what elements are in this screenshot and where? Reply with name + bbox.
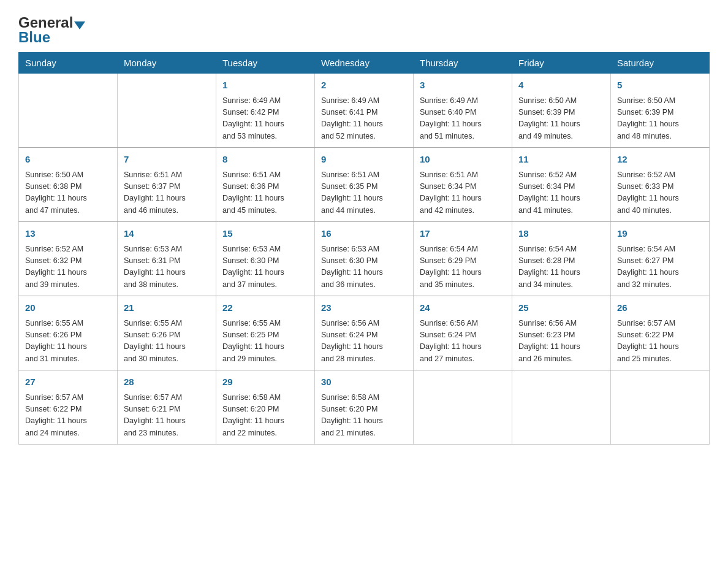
day-info: Sunrise: 6:58 AMSunset: 6:20 PMDaylight:… — [321, 392, 407, 440]
day-of-week-header: Friday — [512, 53, 611, 74]
day-info: Sunrise: 6:50 AMSunset: 6:38 PMDaylight:… — [25, 169, 111, 217]
calendar-cell: 29Sunrise: 6:58 AMSunset: 6:20 PMDayligh… — [216, 370, 315, 445]
day-number: 20 — [25, 301, 111, 315]
calendar-cell: 12Sunrise: 6:52 AMSunset: 6:33 PMDayligh… — [611, 148, 710, 222]
day-number: 14 — [124, 227, 210, 241]
day-number: 19 — [617, 227, 703, 241]
day-info: Sunrise: 6:56 AMSunset: 6:24 PMDaylight:… — [321, 318, 407, 366]
calendar-cell: 11Sunrise: 6:52 AMSunset: 6:34 PMDayligh… — [512, 148, 611, 222]
day-number: 30 — [321, 375, 407, 389]
day-number: 29 — [222, 375, 308, 389]
calendar-cell: 22Sunrise: 6:55 AMSunset: 6:25 PMDayligh… — [216, 296, 315, 370]
calendar-cell: 30Sunrise: 6:58 AMSunset: 6:20 PMDayligh… — [315, 370, 414, 445]
calendar-cell — [19, 74, 118, 148]
calendar-cell: 6Sunrise: 6:50 AMSunset: 6:38 PMDaylight… — [19, 148, 118, 222]
day-info: Sunrise: 6:51 AMSunset: 6:35 PMDaylight:… — [321, 169, 407, 217]
calendar-cell: 16Sunrise: 6:53 AMSunset: 6:30 PMDayligh… — [315, 222, 414, 296]
day-info: Sunrise: 6:51 AMSunset: 6:37 PMDaylight:… — [124, 169, 210, 217]
day-number: 1 — [222, 79, 308, 93]
days-of-week-row: SundayMondayTuesdayWednesdayThursdayFrid… — [19, 53, 710, 74]
day-info: Sunrise: 6:53 AMSunset: 6:31 PMDaylight:… — [124, 243, 210, 291]
day-number: 17 — [420, 227, 506, 241]
calendar-cell: 20Sunrise: 6:55 AMSunset: 6:26 PMDayligh… — [19, 296, 118, 370]
calendar-week-row: 13Sunrise: 6:52 AMSunset: 6:32 PMDayligh… — [19, 222, 710, 296]
day-info: Sunrise: 6:56 AMSunset: 6:24 PMDaylight:… — [420, 318, 506, 366]
calendar-cell — [512, 370, 611, 445]
calendar-cell: 24Sunrise: 6:56 AMSunset: 6:24 PMDayligh… — [414, 296, 512, 370]
logo-general-text: General — [18, 15, 73, 30]
calendar-cell: 2Sunrise: 6:49 AMSunset: 6:41 PMDaylight… — [315, 74, 414, 148]
calendar-cell: 21Sunrise: 6:55 AMSunset: 6:26 PMDayligh… — [118, 296, 216, 370]
calendar-cell: 26Sunrise: 6:57 AMSunset: 6:22 PMDayligh… — [611, 296, 710, 370]
calendar-cell: 3Sunrise: 6:49 AMSunset: 6:40 PMDaylight… — [414, 74, 512, 148]
day-number: 25 — [518, 301, 604, 315]
day-of-week-header: Monday — [118, 53, 216, 74]
day-number: 12 — [617, 153, 703, 167]
calendar-header: SundayMondayTuesdayWednesdayThursdayFrid… — [19, 53, 710, 74]
day-number: 8 — [222, 153, 308, 167]
calendar-cell: 19Sunrise: 6:54 AMSunset: 6:27 PMDayligh… — [611, 222, 710, 296]
day-info: Sunrise: 6:49 AMSunset: 6:40 PMDaylight:… — [420, 95, 506, 143]
calendar-body: 1Sunrise: 6:49 AMSunset: 6:42 PMDaylight… — [19, 74, 710, 445]
calendar-cell: 15Sunrise: 6:53 AMSunset: 6:30 PMDayligh… — [216, 222, 315, 296]
day-info: Sunrise: 6:53 AMSunset: 6:30 PMDaylight:… — [321, 243, 407, 291]
calendar-cell: 28Sunrise: 6:57 AMSunset: 6:21 PMDayligh… — [118, 370, 216, 445]
logo-arrow-icon — [74, 21, 85, 29]
page-header: General Blue — [18, 12, 710, 46]
calendar-cell: 4Sunrise: 6:50 AMSunset: 6:39 PMDaylight… — [512, 74, 611, 148]
day-info: Sunrise: 6:49 AMSunset: 6:42 PMDaylight:… — [222, 95, 308, 143]
day-number: 26 — [617, 301, 703, 315]
calendar-cell: 9Sunrise: 6:51 AMSunset: 6:35 PMDaylight… — [315, 148, 414, 222]
calendar-cell — [414, 370, 512, 445]
day-number: 7 — [124, 153, 210, 167]
calendar-week-row: 1Sunrise: 6:49 AMSunset: 6:42 PMDaylight… — [19, 74, 710, 148]
calendar-cell: 13Sunrise: 6:52 AMSunset: 6:32 PMDayligh… — [19, 222, 118, 296]
day-number: 3 — [420, 79, 506, 93]
day-info: Sunrise: 6:51 AMSunset: 6:34 PMDaylight:… — [420, 169, 506, 217]
day-info: Sunrise: 6:49 AMSunset: 6:41 PMDaylight:… — [321, 95, 407, 143]
logo-blue-text: Blue — [18, 29, 50, 45]
day-number: 9 — [321, 153, 407, 167]
day-number: 18 — [518, 227, 604, 241]
calendar-table: SundayMondayTuesdayWednesdayThursdayFrid… — [18, 52, 710, 445]
day-info: Sunrise: 6:58 AMSunset: 6:20 PMDaylight:… — [222, 392, 308, 440]
day-info: Sunrise: 6:55 AMSunset: 6:26 PMDaylight:… — [124, 318, 210, 366]
calendar-cell: 23Sunrise: 6:56 AMSunset: 6:24 PMDayligh… — [315, 296, 414, 370]
calendar-cell: 7Sunrise: 6:51 AMSunset: 6:37 PMDaylight… — [118, 148, 216, 222]
day-of-week-header: Wednesday — [315, 53, 414, 74]
day-info: Sunrise: 6:55 AMSunset: 6:26 PMDaylight:… — [25, 318, 111, 366]
calendar-cell — [118, 74, 216, 148]
day-number: 15 — [222, 227, 308, 241]
day-info: Sunrise: 6:51 AMSunset: 6:36 PMDaylight:… — [222, 169, 308, 217]
day-number: 4 — [518, 79, 604, 93]
day-number: 6 — [25, 153, 111, 167]
day-info: Sunrise: 6:54 AMSunset: 6:27 PMDaylight:… — [617, 243, 703, 291]
calendar-week-row: 6Sunrise: 6:50 AMSunset: 6:38 PMDaylight… — [19, 148, 710, 222]
day-info: Sunrise: 6:57 AMSunset: 6:21 PMDaylight:… — [124, 392, 210, 440]
day-info: Sunrise: 6:54 AMSunset: 6:28 PMDaylight:… — [518, 243, 604, 291]
day-info: Sunrise: 6:52 AMSunset: 6:34 PMDaylight:… — [518, 169, 604, 217]
day-of-week-header: Tuesday — [216, 53, 315, 74]
day-info: Sunrise: 6:52 AMSunset: 6:32 PMDaylight:… — [25, 243, 111, 291]
day-number: 27 — [25, 375, 111, 389]
day-info: Sunrise: 6:54 AMSunset: 6:29 PMDaylight:… — [420, 243, 506, 291]
day-number: 24 — [420, 301, 506, 315]
calendar-cell: 18Sunrise: 6:54 AMSunset: 6:28 PMDayligh… — [512, 222, 611, 296]
calendar-cell: 5Sunrise: 6:50 AMSunset: 6:39 PMDaylight… — [611, 74, 710, 148]
day-number: 13 — [25, 227, 111, 241]
calendar-cell: 10Sunrise: 6:51 AMSunset: 6:34 PMDayligh… — [414, 148, 512, 222]
day-of-week-header: Saturday — [611, 53, 710, 74]
day-of-week-header: Sunday — [19, 53, 118, 74]
day-number: 11 — [518, 153, 604, 167]
day-number: 21 — [124, 301, 210, 315]
day-number: 5 — [617, 79, 703, 93]
day-info: Sunrise: 6:52 AMSunset: 6:33 PMDaylight:… — [617, 169, 703, 217]
day-number: 28 — [124, 375, 210, 389]
day-info: Sunrise: 6:53 AMSunset: 6:30 PMDaylight:… — [222, 243, 308, 291]
day-number: 10 — [420, 153, 506, 167]
calendar-cell: 17Sunrise: 6:54 AMSunset: 6:29 PMDayligh… — [414, 222, 512, 296]
logo: General Blue — [18, 15, 86, 46]
day-info: Sunrise: 6:57 AMSunset: 6:22 PMDaylight:… — [25, 392, 111, 440]
calendar-cell: 14Sunrise: 6:53 AMSunset: 6:31 PMDayligh… — [118, 222, 216, 296]
day-info: Sunrise: 6:50 AMSunset: 6:39 PMDaylight:… — [617, 95, 703, 143]
